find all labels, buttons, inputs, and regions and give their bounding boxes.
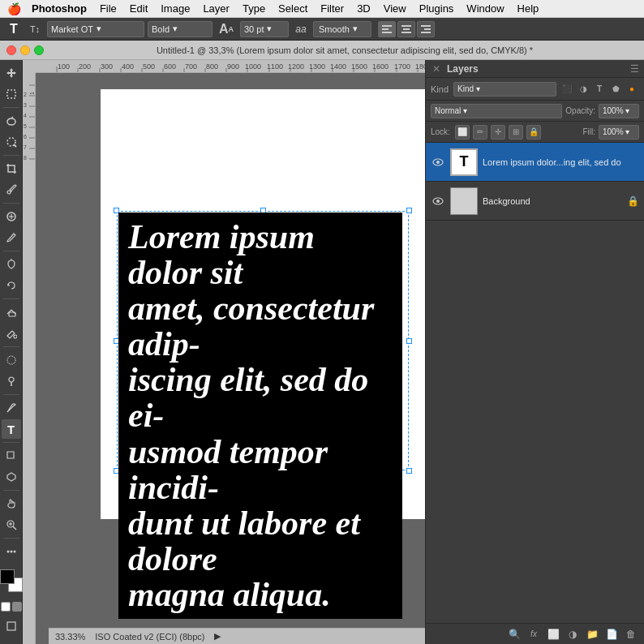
panel-close-button[interactable]: ✕ [431,63,442,75]
layer-filter-button[interactable]: 🔍 [506,627,522,642]
close-button[interactable] [6,45,16,55]
transform-handle-mid-right[interactable] [406,338,412,344]
canvas-area[interactable]: Lorem ipsum dolor sit amet, consectetur … [36,73,425,644]
marquee-rect-tool[interactable] [2,84,21,104]
menu-select[interactable]: Select [273,1,313,16]
color-swatch-area [0,569,23,595]
svg-text:5: 5 [24,123,27,129]
align-center-button[interactable] [397,21,415,37]
lock-transparent-pixels-button[interactable]: ⬜ [455,125,470,140]
text-tool-icon[interactable]: T [5,20,23,38]
menu-3d[interactable]: 3D [351,1,376,16]
layer-adjustment-button[interactable]: ◑ [565,627,581,642]
fill-row: Fill: 100% ▾ [582,125,639,140]
menu-filter[interactable]: Filter [315,1,350,16]
layer-new-button[interactable]: 📄 [603,627,620,642]
layer-group-button[interactable]: 📁 [584,627,600,642]
menu-help[interactable]: Help [512,1,545,16]
menu-view[interactable]: View [378,1,412,16]
healing-brush-tool[interactable] [2,207,21,226]
font-style-dropdown[interactable]: Bold ▾ [148,21,213,37]
blend-mode-dropdown[interactable]: Normal ▾ [431,104,562,118]
nav-arrow[interactable]: ▶ [214,631,221,642]
separator-8 [3,442,19,443]
eraser-tool[interactable] [2,303,21,322]
layer-visibility-bg[interactable] [431,194,445,208]
antialiasing-dropdown[interactable]: Smooth ▾ [313,21,371,37]
menu-image[interactable]: Image [155,1,195,16]
layer-visibility-text[interactable] [431,155,445,170]
text-layer-wrapper[interactable]: Lorem ipsum dolor sit amet, consectetur … [117,211,409,470]
text-orient-icon[interactable]: T↕ [26,20,44,38]
kind-dropdown[interactable]: Kind ▾ [453,82,556,97]
font-size-arrow: ▾ [267,24,272,34]
standard-mode-button[interactable] [1,602,11,612]
minimize-button[interactable] [20,45,30,55]
layer-mask-button[interactable]: ⬜ [545,627,561,642]
clone-stamp-tool[interactable] [2,255,21,274]
layer-row-background[interactable]: Background 🔒 [426,182,644,221]
foreground-color-swatch[interactable] [0,569,15,584]
svg-text:900: 900 [227,62,239,71]
zoom-tool[interactable] [2,515,21,535]
menu-layer[interactable]: Layer [197,1,235,16]
eyedropper-tool[interactable] [2,180,21,200]
svg-point-20 [14,335,17,338]
filter-pixel-icon[interactable]: ⬛ [560,82,574,97]
svg-line-26 [13,526,16,530]
text-tool[interactable]: T [2,419,21,439]
svg-text:400: 400 [122,62,134,71]
filter-adjustment-icon[interactable]: ◑ [576,82,590,97]
lock-image-pixels-button[interactable]: ✏ [473,125,487,140]
pen-tool[interactable] [2,398,21,418]
maximize-button[interactable] [34,45,44,55]
quick-selection-tool[interactable] [2,132,21,152]
menu-plugins[interactable]: Plugins [414,1,460,16]
svg-rect-0 [382,25,392,27]
blur-tool[interactable] [2,350,21,370]
lasso-tool[interactable] [2,111,21,131]
antialiasing-icon: aa [292,20,310,38]
antialiasing-value: Smooth [319,24,350,34]
layer-fx-button[interactable]: fx [526,627,542,642]
extras-tool[interactable] [2,542,21,561]
filter-text-icon[interactable]: T [592,82,607,97]
quick-mask-button[interactable] [12,602,22,612]
align-right-button[interactable] [417,21,435,37]
layer-delete-button[interactable]: 🗑 [623,627,639,642]
menu-window[interactable]: Window [461,1,509,16]
dodge-tool[interactable] [2,371,21,391]
menu-type[interactable]: Type [237,1,271,16]
brush-tool[interactable] [2,228,21,247]
svg-point-31 [13,551,15,553]
paint-bucket-tool[interactable] [2,324,21,343]
layers-panel-menu[interactable]: ☰ [630,63,639,75]
opacity-arrow: ▾ [625,106,629,115]
layer-row-text[interactable]: T Lorem ipsum dolor...ing elit, sed do [426,143,644,182]
menu-photoshop[interactable]: Photoshop [26,1,92,16]
lock-artboards-button[interactable]: ⊞ [509,125,523,140]
hand-tool[interactable] [2,494,21,513]
screen-mode-button[interactable] [2,616,21,636]
font-family-dropdown[interactable]: Market OT ▾ [47,21,144,37]
filter-shape-icon[interactable]: ⬟ [608,82,623,97]
transform-handle-bot-right[interactable] [406,468,412,474]
filter-smartobject-icon[interactable]: ● [625,82,639,97]
opacity-input[interactable]: 100% ▾ [599,104,639,118]
font-size-dropdown[interactable]: 30 pt ▾ [240,21,289,37]
lock-position-button[interactable]: ✛ [491,125,505,140]
custom-shape-tool[interactable] [2,467,21,487]
move-tool[interactable] [2,63,21,83]
align-left-button[interactable] [378,21,396,37]
path-selection-tool[interactable] [2,446,21,466]
transform-handle-top-right[interactable] [406,208,412,213]
menu-edit[interactable]: Edit [124,1,153,16]
apple-menu[interactable]: 🍎 [6,0,21,18]
menu-file[interactable]: File [94,1,122,16]
text-block: Lorem ipsum dolor sit amet, consectetur … [118,213,402,619]
history-brush-tool[interactable] [2,276,21,295]
crop-tool[interactable] [2,159,21,178]
lock-all-button[interactable]: 🔒 [526,125,541,140]
fill-input[interactable]: 100% ▾ [599,125,639,140]
layers-panel-header: ✕ Layers ☰ [426,60,644,78]
